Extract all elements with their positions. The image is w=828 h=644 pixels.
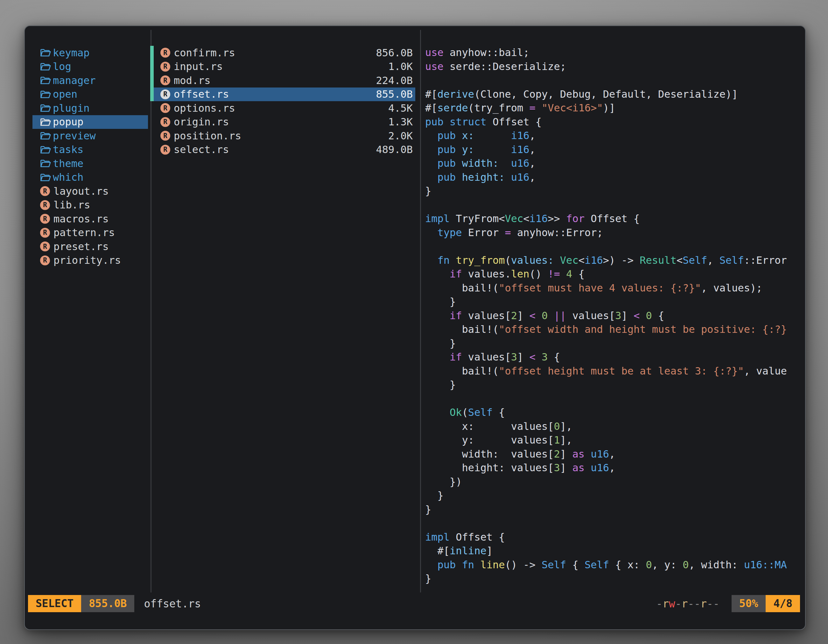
code-line: height: values[3] as u16, (425, 461, 800, 475)
sidebar-item-log[interactable]: log (33, 60, 148, 74)
file-name: origin.rs (174, 116, 388, 128)
code-line: fn try_from(values: Vec<i16>) -> Result<… (425, 254, 800, 268)
sidebar-item-pattern.rs[interactable]: Rpattern.rs (33, 226, 148, 240)
selected-size-badge: 855.0B (81, 595, 134, 612)
open-folder-icon (40, 173, 51, 182)
file-name: layout.rs (53, 185, 108, 197)
folder-name: theme (53, 158, 83, 169)
file-size: 855.0B (376, 88, 415, 100)
file-name: options.rs (174, 102, 388, 114)
rust-file-icon: R (160, 117, 170, 127)
file-item-input.rs[interactable]: Rinput.rs1.0K (150, 60, 415, 74)
file-name: offset.rs (174, 88, 376, 100)
code-line (425, 392, 800, 406)
file-size: 2.0K (388, 130, 415, 142)
open-folder-icon (40, 90, 51, 99)
code-line: Ok(Self { (425, 406, 800, 420)
mode-badge: SELECT (28, 595, 81, 612)
sidebar-item-open[interactable]: open (33, 88, 148, 102)
file-item-offset.rs[interactable]: Roffset.rs855.0B (150, 88, 415, 102)
code-line (425, 240, 800, 254)
rust-file-icon: R (40, 200, 50, 210)
open-folder-icon (40, 62, 53, 71)
file-item-position.rs[interactable]: Rposition.rs2.0K (150, 129, 415, 143)
sidebar-item-manager[interactable]: manager (33, 74, 148, 88)
open-folder-icon (40, 159, 53, 168)
file-name: preset.rs (53, 241, 108, 253)
file-size: 1.3K (388, 116, 415, 128)
code-line: } (425, 295, 800, 309)
code-line: if values[2] < 0 || values[3] < 0 { (425, 309, 800, 323)
sidebar-item-preset.rs[interactable]: Rpreset.rs (33, 240, 148, 254)
file-size: 489.0B (376, 144, 415, 155)
code-line: #[inline] (425, 544, 800, 558)
rust-file-icon: R (40, 241, 50, 251)
sidebar-item-lib.rs[interactable]: Rlib.rs (33, 198, 148, 212)
file-item-options.rs[interactable]: Roptions.rs4.5K (150, 101, 415, 115)
open-folder-icon (40, 62, 51, 71)
open-folder-icon (40, 90, 53, 99)
file-item-origin.rs[interactable]: Rorigin.rs1.3K (150, 115, 415, 129)
file-item-select.rs[interactable]: Rselect.rs489.0B (150, 143, 415, 157)
code-line: impl Offset { (425, 530, 800, 544)
file-permissions: -rw-r--r-- (656, 597, 720, 610)
code-line (425, 198, 800, 212)
rust-file-icon: R (40, 255, 50, 265)
desktop: { "sidebar": { "folders": [ {"label": "k… (0, 0, 828, 644)
current-directory-pane: Rconfirm.rs856.0BRinput.rs1.0KRmod.rs224… (150, 46, 420, 157)
sidebar-item-macros.rs[interactable]: Rmacros.rs (33, 212, 148, 226)
code-line: pub width: u16, (425, 157, 800, 171)
sidebar-item-tasks[interactable]: tasks (33, 143, 148, 157)
folder-name: which (53, 171, 83, 183)
code-line: bail!("offset width and height must be p… (425, 323, 800, 337)
file-name: macros.rs (53, 213, 108, 225)
file-size: 856.0B (376, 47, 415, 59)
code-line: #[derive(Clone, Copy, Debug, Default, De… (425, 88, 800, 102)
code-line: } (425, 378, 800, 392)
code-line: if values.len() != 4 { (425, 267, 800, 281)
code-line: #[serde(try_from = "Vec<i16>")] (425, 101, 800, 115)
rust-file-icon: R (160, 75, 170, 85)
status-filename: offset.rs (144, 597, 201, 610)
sidebar-item-layout.rs[interactable]: Rlayout.rs (33, 184, 148, 198)
rust-file-icon: R (160, 103, 170, 113)
code-line: x: values[0], (425, 420, 800, 434)
code-line: } (425, 184, 800, 198)
code-line: pub x: i16, (425, 129, 800, 143)
sidebar-item-popup[interactable]: popup (33, 115, 148, 129)
file-preview-pane[interactable]: use anyhow::bail;use serde::Deserialize;… (425, 46, 800, 596)
folder-name: keymap (53, 47, 90, 59)
rust-file-icon: R (40, 228, 50, 238)
open-folder-icon (40, 76, 51, 85)
folder-name: popup (53, 116, 83, 128)
code-line: use serde::Deserialize; (425, 60, 800, 74)
file-name: pattern.rs (53, 227, 115, 239)
file-name: mod.rs (174, 74, 376, 86)
open-folder-icon (40, 103, 51, 113)
sidebar-item-keymap[interactable]: keymap (33, 46, 148, 60)
cursor-position-badge: 4/8 (765, 595, 800, 612)
open-folder-icon (40, 145, 53, 154)
file-name: lib.rs (53, 199, 90, 211)
file-size: 4.5K (388, 102, 415, 114)
file-name: input.rs (174, 60, 388, 72)
sidebar-item-plugin[interactable]: plugin (33, 101, 148, 115)
open-folder-icon (40, 76, 53, 85)
code-line (425, 74, 800, 88)
open-folder-icon (40, 103, 53, 113)
code-line: impl TryFrom<Vec<i16>> for Offset { (425, 212, 800, 226)
file-size: 224.0B (376, 74, 415, 86)
sidebar-item-theme[interactable]: theme (33, 157, 148, 171)
file-name: confirm.rs (174, 47, 376, 59)
code-line: } (425, 503, 800, 517)
sidebar-item-priority.rs[interactable]: Rpriority.rs (33, 254, 148, 268)
open-folder-icon (40, 118, 51, 127)
file-item-confirm.rs[interactable]: Rconfirm.rs856.0B (150, 46, 415, 60)
folder-name: manager (53, 74, 96, 86)
sidebar-item-preview[interactable]: preview (33, 129, 148, 143)
open-folder-icon (40, 159, 51, 168)
code-line: pub y: i16, (425, 143, 800, 157)
file-item-mod.rs[interactable]: Rmod.rs224.0B (150, 74, 415, 88)
sidebar-item-which[interactable]: which (33, 171, 148, 185)
rust-file-icon: R (40, 186, 50, 196)
